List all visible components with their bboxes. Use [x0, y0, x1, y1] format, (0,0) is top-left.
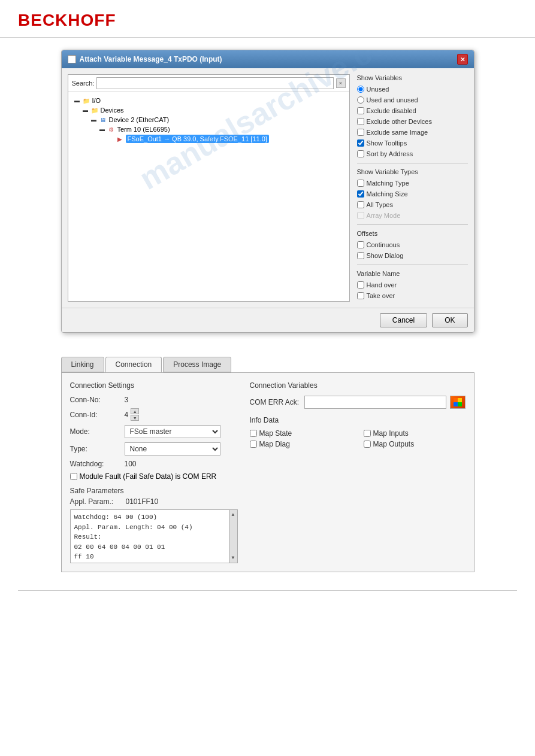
monospace-params-box: Watchdog: 64 00 (100) Appl. Param. Lengt…: [70, 509, 238, 563]
scrollbar-down-arrow[interactable]: ▼: [232, 554, 235, 561]
svg-rect-0: [454, 398, 458, 402]
checkbox-exclude-other[interactable]: Exclude other Devices: [357, 117, 468, 126]
checkbox-matching-type-label: Matching Type: [367, 180, 409, 187]
checkbox-exclude-other-input[interactable]: [357, 118, 364, 125]
checkbox-show-dialog[interactable]: Show Dialog: [357, 251, 468, 260]
checkbox-exclude-disabled-input[interactable]: [357, 107, 364, 114]
radio-used-unused[interactable]: Used and unused: [357, 96, 468, 104]
map-outputs-checkbox[interactable]: [364, 441, 371, 448]
checkbox-take-over-input[interactable]: [357, 292, 364, 299]
color-picker-icon: [454, 398, 462, 406]
checkbox-matching-size-label: Matching Size: [367, 190, 408, 198]
svg-rect-3: [458, 402, 462, 406]
tab-linking[interactable]: Linking: [61, 357, 104, 372]
checkbox-sort-address-input[interactable]: [357, 150, 364, 157]
cancel-button[interactable]: Cancel: [380, 313, 427, 327]
checkbox-matching-size-input[interactable]: [357, 190, 364, 198]
checkbox-continuous-input[interactable]: [357, 241, 364, 248]
checkbox-show-tooltips-input[interactable]: [357, 139, 364, 147]
ok-button[interactable]: OK: [432, 313, 467, 327]
beckhoff-logo: BECKHOFF: [18, 11, 517, 30]
page-header: BECKHOFF: [0, 0, 535, 38]
tree-item-devices[interactable]: ▬ 📁 Devices: [71, 105, 347, 115]
checkbox-hand-over[interactable]: Hand over: [357, 281, 468, 289]
search-input[interactable]: [96, 77, 333, 89]
checkbox-hand-over-input[interactable]: [357, 281, 364, 289]
fsoe-icon: ▶: [115, 135, 125, 143]
scrollbar[interactable]: ▲ ▼: [229, 510, 237, 563]
tree-no-expand-fsoe: [107, 135, 115, 143]
radio-unused-input[interactable]: [357, 86, 364, 93]
type-select[interactable]: None: [125, 442, 220, 456]
checkbox-exclude-same[interactable]: Exclude same Image: [357, 128, 468, 136]
info-data-map-state[interactable]: Map State: [250, 429, 352, 438]
conn-no-value: 3: [125, 396, 129, 404]
tree-expand-term10[interactable]: ▬: [98, 125, 107, 133]
tree-expand-devices[interactable]: ▬: [81, 106, 90, 114]
info-data-map-outputs[interactable]: Map Outputs: [364, 440, 466, 448]
mode-select[interactable]: FSoE master: [125, 425, 220, 438]
radio-unused[interactable]: Unused: [357, 85, 468, 93]
checkbox-show-tooltips-label: Show Tooltips: [367, 139, 407, 147]
map-diag-checkbox[interactable]: [250, 441, 257, 448]
com-err-picker-button[interactable]: [450, 396, 466, 409]
info-data-section: Info Data Map State Map Inputs Map Di: [250, 416, 466, 448]
watchdog-value: 100: [125, 460, 137, 468]
tree-item-term10[interactable]: ▬ ⚙ Term 10 (EL6695): [71, 125, 347, 134]
tab-connection[interactable]: Connection: [105, 357, 162, 372]
com-err-input[interactable]: [304, 396, 446, 409]
radio-used-unused-input[interactable]: [357, 96, 364, 104]
titlebar-left: Attach Variable Message_4 TxPDO (Input): [68, 55, 222, 63]
checkbox-exclude-same-input[interactable]: [357, 129, 364, 136]
tab-process-image[interactable]: Process Image: [163, 357, 231, 372]
checkbox-array-mode-input: [357, 212, 364, 219]
type-label: Type:: [70, 445, 121, 453]
map-inputs-checkbox[interactable]: [364, 430, 371, 437]
checkbox-all-types-input[interactable]: [357, 201, 364, 208]
radio-unused-label: Unused: [367, 86, 389, 93]
tree-expand-device2[interactable]: ▬: [90, 116, 98, 124]
tree-expand-io[interactable]: ▬: [73, 96, 81, 105]
connection-variables-panel: Connection Variables COM ERR Ack:: [250, 381, 466, 563]
checkbox-take-over[interactable]: Take over: [357, 292, 468, 300]
options-panel: Show Variables Unused Used and unused Ex…: [357, 74, 468, 302]
map-inputs-label: Map Inputs: [373, 429, 409, 438]
checkbox-matching-type-input[interactable]: [357, 180, 364, 187]
radio-used-unused-label: Used and unused: [367, 96, 418, 104]
info-data-map-inputs[interactable]: Map Inputs: [364, 429, 466, 438]
tree-item-device2[interactable]: ▬ 🖥 Device 2 (EtherCAT): [71, 115, 347, 125]
checkbox-all-types[interactable]: All Types: [357, 201, 468, 209]
dialog-footer: Cancel OK: [62, 308, 474, 332]
checkbox-sort-address[interactable]: Sort by Address: [357, 150, 468, 158]
checkbox-matching-type[interactable]: Matching Type: [357, 179, 468, 187]
tree-item-fsoe[interactable]: ▶ FSoE_Out1 → QB 39.0, Safety.FSOE_11 [1…: [71, 134, 347, 144]
module-fault-checkbox[interactable]: [70, 473, 77, 480]
scrollbar-up-arrow[interactable]: ▲: [232, 511, 235, 518]
connection-settings-panel: Connection Settings Conn-No: 3 Conn-Id: …: [70, 381, 238, 563]
type-row: Type: None: [70, 442, 238, 456]
svg-rect-2: [454, 402, 458, 406]
tree-item-io[interactable]: ▬ 📁 I/O: [71, 96, 347, 105]
checkbox-continuous[interactable]: Continuous: [357, 241, 468, 249]
spinner-down[interactable]: ▼: [131, 415, 139, 421]
checkbox-show-dialog-input[interactable]: [357, 252, 364, 259]
spinner-up[interactable]: ▲: [131, 408, 139, 414]
com-err-row: COM ERR Ack:: [250, 396, 466, 409]
svg-rect-1: [458, 398, 462, 402]
map-state-checkbox[interactable]: [250, 430, 257, 437]
dialog-titlebar: Attach Variable Message_4 TxPDO (Input) …: [62, 50, 474, 68]
checkbox-exclude-disabled[interactable]: Exclude disabled: [357, 107, 468, 115]
search-clear-button[interactable]: ×: [336, 78, 346, 88]
conn-id-field: 4 ▲ ▼: [125, 408, 140, 421]
module-fault-row[interactable]: Module Fault (Fail Safe Data) is COM ERR: [70, 472, 238, 481]
checkbox-show-tooltips[interactable]: Show Tooltips: [357, 139, 468, 147]
info-data-map-diag[interactable]: Map Diag: [250, 440, 352, 448]
mode-row: Mode: FSoE master: [70, 425, 238, 438]
conn-id-spinner[interactable]: ▲ ▼: [131, 408, 139, 421]
checkbox-exclude-other-label: Exclude other Devices: [367, 118, 432, 125]
connection-section: Linking Connection Process Image Connect…: [61, 357, 474, 572]
dialog-close-button[interactable]: ✕: [457, 54, 468, 65]
checkbox-matching-size[interactable]: Matching Size: [357, 190, 468, 198]
tree-label-fsoe: FSoE_Out1 → QB 39.0, Safety.FSOE_11 [11.…: [126, 135, 269, 143]
checkbox-exclude-same-label: Exclude same Image: [367, 129, 428, 136]
